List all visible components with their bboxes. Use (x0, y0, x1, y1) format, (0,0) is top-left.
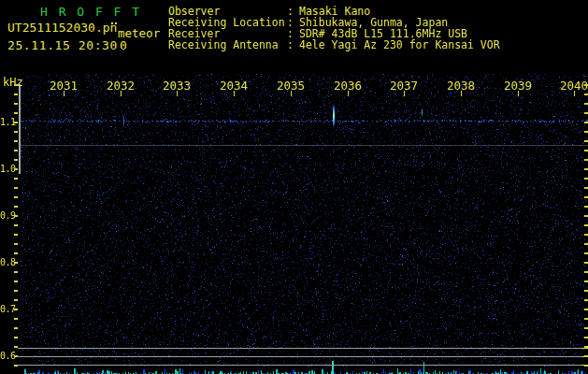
minor-tick (584, 252, 588, 254)
minor-tick (584, 327, 588, 329)
meteor-echo-strong (333, 104, 335, 127)
minor-tick (14, 243, 18, 245)
minor-tick (14, 355, 18, 357)
minor-tick (584, 224, 588, 226)
filename-descender-dots (111, 22, 113, 24)
minor-tick (348, 91, 349, 96)
hrofft-screen: H R O F F T UT2511152030.pn meteor 25.11… (0, 0, 588, 374)
minor-tick (14, 346, 18, 348)
minor-tick (14, 327, 18, 329)
minor-tick (14, 262, 18, 264)
minor-tick (14, 103, 18, 105)
reference-line (18, 356, 581, 357)
frame-datetime: 25.11.15 20:30 (7, 38, 118, 52)
minor-tick (404, 91, 405, 96)
minor-tick (584, 112, 588, 114)
minor-tick (14, 224, 18, 226)
minor-tick (14, 280, 18, 282)
reference-line-tip (581, 348, 588, 349)
meteor-count: 0 (120, 38, 127, 52)
minor-tick (177, 91, 178, 96)
minor-tick (584, 196, 588, 198)
y-axis-unit: kHz (3, 76, 23, 89)
minor-tick (14, 150, 18, 151)
minor-tick (14, 337, 18, 338)
meteor-echo-moderate (422, 108, 423, 117)
minor-tick (584, 271, 588, 273)
minor-tick (584, 178, 588, 180)
freq-tick-label: 0.6 (0, 351, 15, 361)
minor-tick (584, 243, 588, 245)
frame-filename: UT2511152030.pn (7, 21, 117, 35)
minor-tick (14, 365, 18, 367)
minor-tick (584, 187, 588, 189)
minor-tick (64, 91, 65, 96)
minor-tick (584, 290, 588, 292)
frequency-axis-line (19, 84, 21, 174)
minor-tick (14, 112, 18, 114)
minor-tick (574, 91, 575, 96)
minor-tick (584, 150, 588, 151)
minor-tick (584, 94, 588, 95)
minor-tick (14, 168, 18, 170)
minor-tick (584, 206, 588, 208)
minor-tick (584, 337, 588, 338)
freq-tick-label: 1.1 (0, 117, 15, 127)
minor-tick (584, 318, 588, 320)
freq-tick-label: 0.9 (0, 210, 15, 221)
minor-tick (461, 91, 462, 96)
meteor-echo-weak (123, 114, 124, 128)
minor-tick (584, 103, 588, 105)
minor-tick (14, 206, 18, 208)
minor-tick (14, 131, 18, 133)
minor-tick (14, 178, 18, 180)
minor-tick (14, 159, 18, 161)
minor-tick (584, 159, 588, 161)
minor-tick (121, 91, 122, 96)
minor-tick (14, 309, 18, 310)
minor-tick (584, 346, 588, 348)
minor-tick (584, 355, 588, 357)
minor-tick (14, 234, 18, 236)
minor-tick (14, 94, 18, 95)
reference-line (18, 348, 581, 349)
minor-tick (291, 91, 292, 96)
minor-tick (584, 168, 588, 170)
minor-tick (584, 122, 588, 123)
info-row-antenna: Receiving Antenna : 4ele Yagi Az 230 for… (168, 38, 588, 50)
freq-tick-label: 1.0 (0, 164, 15, 174)
minor-tick (584, 299, 588, 301)
minor-tick (584, 309, 588, 310)
minor-tick (14, 215, 18, 217)
minor-tick (584, 215, 588, 217)
minor-tick (14, 140, 18, 142)
minor-tick (584, 262, 588, 264)
minor-tick (584, 365, 588, 367)
app-title: H R O F F T (40, 5, 141, 19)
freq-tick-label: 0.7 (0, 304, 15, 314)
minor-tick (14, 187, 18, 189)
minor-tick (14, 122, 18, 123)
minor-tick (584, 280, 588, 282)
minor-tick (14, 318, 18, 320)
minor-tick (14, 290, 18, 292)
faint-carrier-row-1050hz (21, 145, 588, 146)
info-value: 4ele Yagi Az 230 for Kansai VOR (299, 38, 500, 51)
minor-tick (234, 91, 235, 96)
signal-level-strip-canvas (21, 367, 588, 374)
level-spike (423, 362, 424, 374)
minor-tick (14, 252, 18, 254)
minor-tick (584, 140, 588, 142)
minor-tick (584, 84, 588, 86)
minor-tick (14, 271, 18, 273)
spectrogram-noise-canvas (21, 74, 588, 367)
level-spike (332, 361, 334, 374)
minor-tick (14, 196, 18, 198)
freq-tick-label: 0.8 (0, 257, 15, 267)
reference-line (18, 365, 581, 366)
minor-tick (14, 84, 18, 86)
minor-tick (584, 131, 588, 133)
minor-tick (584, 234, 588, 236)
faint-carrier-row-1100hz (21, 121, 588, 122)
info-label: Receiving Antenna (168, 38, 279, 51)
